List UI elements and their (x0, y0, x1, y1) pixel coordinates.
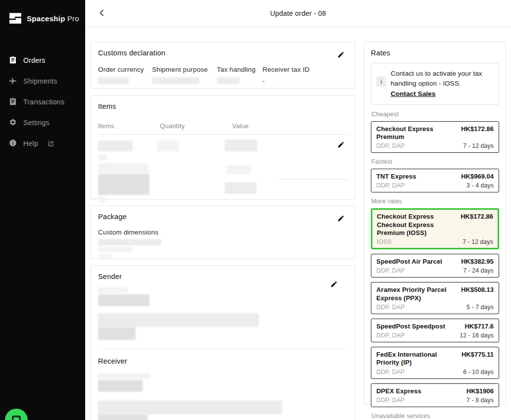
top-bar: Update order - 08 (85, 0, 511, 27)
edit-items-button[interactable] (335, 139, 346, 150)
field-tax-handling: Tax handling (217, 66, 262, 85)
section-divider (98, 349, 348, 349)
pencil-icon (330, 280, 338, 288)
edit-sender-button[interactable] (328, 279, 339, 289)
redacted-text (227, 165, 251, 174)
redacted-text (152, 77, 200, 84)
pencil-icon (337, 141, 345, 148)
brand-suffix: Pro (67, 14, 79, 23)
tax-notice: i Contact us to activate your tax handli… (371, 63, 499, 105)
redacted-text (98, 380, 143, 392)
rate-card-speedpost-air-parcel[interactable]: SpeedPost Air Parcel DDP, DAP HK$382.95 … (371, 254, 499, 278)
app-name: SpaceshipPro (27, 14, 79, 23)
redacted-text (98, 239, 161, 245)
redacted-text (98, 294, 150, 306)
rates-title: Rates (371, 49, 499, 57)
rates-panel: Rates i Contact us to activate your tax … (364, 42, 506, 405)
sidebar: SpaceshipPro Orders Shipments Transa (0, 0, 85, 420)
sidebar-item-help[interactable]: Help (0, 133, 85, 154)
chat-bubble-icon (10, 414, 22, 420)
customs-fields: Order currency Shipment purpose Tax hand… (98, 66, 348, 85)
redacted-text (225, 182, 256, 194)
edit-package-button[interactable] (335, 213, 346, 224)
sidebar-item-label: Transactions (23, 98, 64, 106)
pencil-icon (337, 215, 345, 222)
rate-group-label: Cheapest (371, 111, 499, 118)
field-shipment-purpose: Shipment purpose (152, 66, 217, 85)
notice-text: Contact us to activate your tax handling… (391, 70, 482, 87)
sidebar-item-settings[interactable]: Settings (0, 112, 85, 133)
field-order-currency: Order currency (98, 66, 152, 85)
info-icon (9, 139, 17, 148)
sidebar-item-transactions[interactable]: Transactions (0, 92, 85, 112)
section-title: Package (98, 213, 348, 221)
rate-group-label: Unavailable services (371, 413, 499, 420)
rate-card-fedex-ip[interactable]: FedEx International Priority (IP) DDP, D… (371, 347, 499, 379)
redacted-text (98, 313, 259, 327)
page-title: Update order - 08 (85, 9, 511, 17)
rate-card-checkout-express-premium[interactable]: Checkout Express Premium DDP, DAP HK$172… (371, 121, 499, 153)
redacted-text (98, 163, 149, 174)
receiver-block: Receiver (98, 357, 348, 420)
column-header: Value (232, 122, 249, 130)
pencil-icon (337, 51, 345, 58)
redacted-text (98, 174, 150, 195)
customs-declaration-card: Customs declaration Order currency Shipm… (91, 42, 356, 89)
airplane-icon (9, 77, 17, 85)
field-value: - (262, 77, 309, 85)
clipboard-icon (9, 97, 17, 107)
app-window: SpaceshipPro Orders Shipments Transa (0, 0, 511, 420)
redacted-text (98, 247, 133, 252)
edit-customs-button[interactable] (335, 49, 346, 60)
sidebar-item-orders[interactable]: Orders (0, 50, 85, 71)
sidebar-nav: Orders Shipments Transactions Settings (0, 50, 85, 154)
redacted-text (98, 415, 148, 420)
sidebar-item-label: Orders (23, 56, 46, 64)
items-table-body (98, 135, 348, 202)
redacted-text (98, 77, 129, 84)
back-button[interactable] (96, 7, 108, 19)
contact-sales-link[interactable]: Contact Sales (391, 89, 436, 99)
section-title: Items (98, 102, 348, 110)
sidebar-item-label: Help (23, 140, 38, 147)
redacted-text (98, 327, 136, 340)
chevron-left-icon (98, 9, 106, 17)
column-header: Quantity (160, 122, 232, 130)
rate-card-aramex-ppx[interactable]: Aramex Priority Parcel Express (PPX) DDP… (371, 282, 499, 314)
app-logo: SpaceshipPro (0, 0, 85, 25)
sidebar-item-shipments[interactable]: Shipments (0, 71, 85, 92)
redacted-text (98, 373, 150, 379)
rate-group-label: Fastest (371, 158, 499, 165)
column-header: Items (98, 122, 160, 130)
sender-block: Sender (98, 273, 348, 340)
items-card: Items Items Quantity Value (91, 95, 356, 200)
redacted-text (156, 140, 179, 151)
rate-card-speedpost-speedpost[interactable]: SpeedPost Speedpost DDP, DAP HK$717.6 12… (371, 319, 499, 342)
rate-group-label: More rates (371, 198, 499, 205)
external-link-icon (48, 140, 54, 147)
redacted-text (98, 154, 107, 160)
brand-name: Spaceship (27, 14, 65, 23)
rate-card-checkout-express-ioss-selected[interactable]: Checkout Express Checkout Express Premiu… (371, 208, 499, 249)
gear-icon (9, 118, 17, 128)
field-receiver-tax-id: Receiver tax ID - (262, 66, 309, 85)
redacted-text (98, 287, 128, 293)
spaceship-logo-icon (9, 12, 22, 25)
section-title: Sender (98, 273, 348, 280)
redacted-text (98, 140, 133, 151)
redacted-text (217, 77, 240, 84)
rate-card-tnt-express[interactable]: TNT Express DDP, DAP HK$969.04 3 - 4 day… (371, 169, 499, 192)
redacted-text (98, 401, 282, 415)
section-title: Receiver (98, 357, 348, 365)
clipboard-icon (9, 56, 17, 65)
chat-launcher-button[interactable] (5, 409, 28, 420)
items-table-header: Items Quantity Value (98, 122, 348, 135)
redacted-text (225, 140, 257, 151)
info-badge-icon: i (376, 77, 386, 87)
redacted-text (98, 254, 112, 258)
package-type-label: Custom dimensions (98, 229, 348, 236)
sidebar-item-label: Shipments (23, 77, 57, 85)
rate-card-dpex-express[interactable]: DPEX Express DDP, DAP HK$1906 7 - 8 days (371, 383, 499, 407)
redacted-text (98, 197, 106, 202)
row-divider (277, 179, 348, 180)
